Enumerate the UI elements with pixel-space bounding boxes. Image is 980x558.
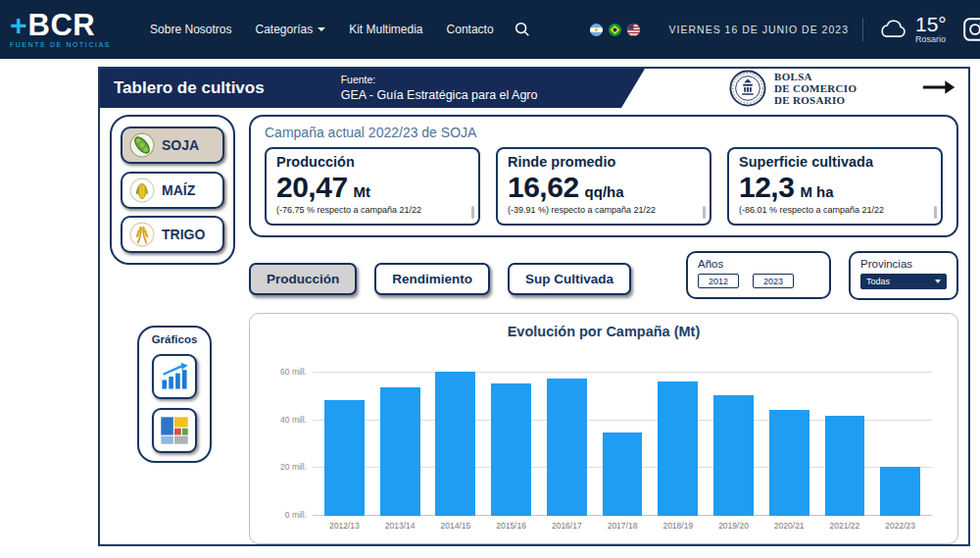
nav-links: Sobre Nosotros Categorías Kit Multimedia… <box>150 23 493 36</box>
org-name-line: DE ROSARIO <box>774 94 857 106</box>
crop-button-soja[interactable]: SOJA <box>121 127 224 164</box>
kpi-title: Superficie cultivada <box>739 154 931 170</box>
dashboard-body: SOJA MAÍZ <box>100 108 968 546</box>
source-block: Fuente: GEA - Guía Estratégica para el A… <box>341 74 538 103</box>
corn-icon <box>129 178 155 203</box>
search-button[interactable] <box>514 21 531 38</box>
bcr-org-logo: BOLSA DE COMERCIO DE ROSARIO <box>729 70 857 107</box>
dashboard: Tablero de cultivos Fuente: GEA - Guía E… <box>98 67 970 546</box>
bar-2017-18[interactable] <box>603 432 643 516</box>
kpi-title: Rinde promedio <box>508 154 700 170</box>
y-axis-tick-label: 0 mill. <box>264 510 307 520</box>
crop-selector-panel: SOJA MAÍZ <box>110 115 235 265</box>
source-label: Fuente: <box>341 74 538 87</box>
dashboard-header-right: BOLSA DE COMERCIO DE ROSARIO <box>645 69 968 108</box>
bar-2012-13[interactable] <box>324 400 365 516</box>
chart-plot: 0 mill.20 mill.40 mill.60 mill.2012/1320… <box>313 361 932 516</box>
y-axis-tick-label: 40 mill. <box>264 415 307 425</box>
nav-link-contacto[interactable]: Contacto <box>447 23 494 36</box>
card-scrollbar[interactable] <box>934 206 938 219</box>
flag-brasil[interactable] <box>609 24 621 36</box>
years-filter-label: Años <box>698 258 819 270</box>
provinces-dropdown-value: Todas <box>866 277 890 286</box>
provinces-filter-label: Provincias <box>860 258 947 270</box>
nav-link-categorias[interactable]: Categorías <box>255 23 325 36</box>
weather-city: Rosario <box>915 35 947 44</box>
bar-2018-19[interactable] <box>658 381 698 516</box>
year-to-input[interactable] <box>753 274 794 288</box>
logo-subtitle: FUENTE DE NOTICIAS <box>10 42 111 49</box>
provinces-dropdown[interactable]: Todas <box>860 274 947 289</box>
card-scrollbar[interactable] <box>471 206 475 219</box>
kpi-unit: Mt <box>354 183 371 200</box>
bcr-logo-plus-icon: + <box>10 11 27 40</box>
source-value: GEA - Guía Estratégica para el Agro <box>341 87 538 103</box>
bar-2019-20[interactable] <box>713 395 754 516</box>
instagram-button[interactable] <box>962 17 980 42</box>
org-name-line: DE COMERCIO <box>774 82 857 94</box>
nav-link-label: Sobre Nosotros <box>150 23 231 36</box>
crop-label: SOJA <box>162 137 199 153</box>
bcr-logo[interactable]: + BCR FUENTE DE NOTICIAS <box>10 10 111 49</box>
bar-column: 2017/18 <box>595 361 651 516</box>
org-name-line: BOLSA <box>774 71 857 82</box>
years-filter: Años <box>686 251 831 299</box>
bar-2015-16[interactable] <box>491 383 531 516</box>
dashboard-header-banner: Tablero de cultivos Fuente: GEA - Guía E… <box>100 69 645 108</box>
kpi-unit: M ha <box>800 183 833 200</box>
bar-column: 2014/15 <box>427 361 483 516</box>
x-axis-tick-label: 2021/22 <box>830 521 860 531</box>
camera-icon <box>962 17 980 42</box>
bar-2021-22[interactable] <box>825 416 865 516</box>
crop-label: TRIGO <box>162 227 205 242</box>
nav-link-sobre-nosotros[interactable]: Sobre Nosotros <box>150 23 231 36</box>
bar-2013-14[interactable] <box>380 387 420 516</box>
kpi-value: 12,3 <box>739 171 794 204</box>
x-axis-tick-label: 2018/19 <box>662 521 693 531</box>
bar-2022-23[interactable] <box>880 467 920 516</box>
weather-widget: 15° Rosario <box>877 14 947 44</box>
x-axis-tick-label: 2022/23 <box>885 521 915 531</box>
x-axis-tick-label: 2019/20 <box>718 521 749 531</box>
flag-estados-unidos[interactable] <box>627 24 640 36</box>
bcr-seal-icon <box>729 70 766 107</box>
tab-sup-cultivada[interactable]: Sup Cultivada <box>508 263 631 295</box>
x-axis-tick-label: 2014/15 <box>440 521 470 531</box>
cloud-icon <box>877 18 908 41</box>
tab-rendimiento[interactable]: Rendimiento <box>374 263 490 295</box>
bar-chart-view-button[interactable] <box>152 354 197 399</box>
kpi-card-superficie: Superficie cultivada 12,3 M ha (-86.01 %… <box>727 147 943 226</box>
crop-button-trigo[interactable]: TRIGO <box>121 216 224 253</box>
treemap-view-button[interactable] <box>152 408 197 453</box>
x-axis-tick-label: 2012/13 <box>329 521 360 531</box>
treemap-icon <box>159 415 190 446</box>
kpi-delta: (-39.91 %) respecto a campaña 21/22 <box>508 205 690 220</box>
y-axis-tick-label: 20 mill. <box>264 462 307 472</box>
tab-produccion[interactable]: Producción <box>249 263 357 295</box>
x-axis-tick-label: 2017/18 <box>608 521 638 531</box>
chevron-down-icon <box>318 27 325 31</box>
bars-container: 2012/132013/142014/152015/162016/172017/… <box>317 361 928 516</box>
org-name: BOLSA DE COMERCIO DE ROSARIO <box>774 71 857 107</box>
crop-button-maiz[interactable]: MAÍZ <box>121 172 224 209</box>
language-flags <box>590 24 640 36</box>
charts-selector-panel: Gráficos <box>137 326 212 463</box>
next-page-button[interactable] <box>921 78 956 99</box>
kpi-value: 16,62 <box>508 171 579 204</box>
bar-column: 2022/23 <box>872 361 928 516</box>
kpi-card-rinde: Rinde promedio 16,62 qq/ha (-39.91 %) re… <box>496 147 711 226</box>
bar-2016-17[interactable] <box>547 379 587 516</box>
card-scrollbar[interactable] <box>703 206 707 219</box>
campaign-panel: Campaña actual 2022/23 de SOJA Producció… <box>249 115 958 237</box>
bar-column: 2013/14 <box>372 361 428 516</box>
bar-2020-21[interactable] <box>769 410 809 516</box>
nav-link-label: Categorías <box>255 23 313 36</box>
kpi-card-produccion: Producción 20,47 Mt (-76.75 % respecto a… <box>265 147 480 226</box>
kpi-delta: (-86.01 % respecto a campaña 21/22 <box>739 205 921 220</box>
bar-column: 2019/20 <box>706 361 761 516</box>
bar-2014-15[interactable] <box>435 372 475 516</box>
flag-argentina[interactable] <box>590 24 603 36</box>
kpi-cards: Producción 20,47 Mt (-76.75 % respecto a… <box>265 147 943 226</box>
year-from-input[interactable] <box>698 274 739 288</box>
nav-link-kit-multimedia[interactable]: Kit Multimedia <box>349 23 422 36</box>
